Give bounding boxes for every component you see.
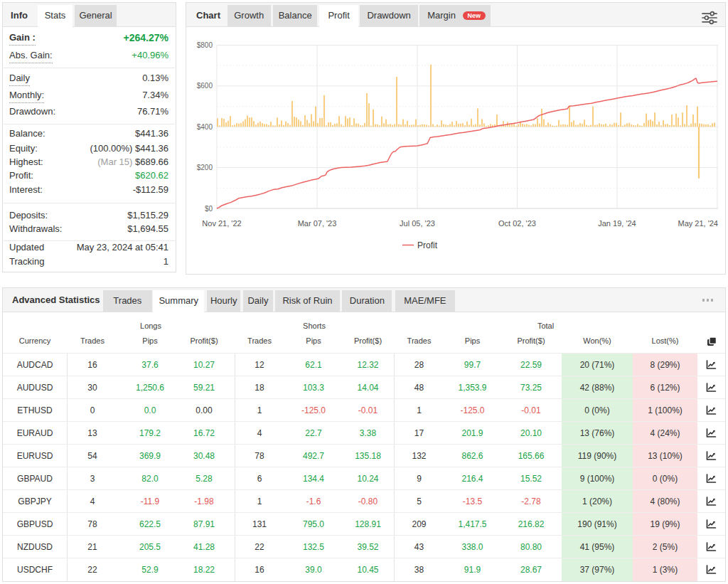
svg-text:Jan 19, '24: Jan 19, '24 — [598, 219, 636, 228]
svg-text:Jul 05, '23: Jul 05, '23 — [400, 219, 435, 228]
svg-text:$200: $200 — [197, 164, 213, 171]
svg-text:Oct 02, '23: Oct 02, '23 — [498, 219, 536, 228]
svg-text:Mar 07, '23: Mar 07, '23 — [298, 219, 337, 228]
svg-text:$0: $0 — [205, 205, 213, 213]
svg-text:May 21, '24: May 21, '24 — [678, 219, 718, 228]
svg-text:Nov 21, '22: Nov 21, '22 — [202, 219, 241, 228]
svg-text:$400: $400 — [197, 123, 213, 131]
svg-text:Profit: Profit — [417, 240, 438, 250]
svg-text:$600: $600 — [197, 82, 213, 90]
svg-text:$800: $800 — [197, 41, 213, 49]
